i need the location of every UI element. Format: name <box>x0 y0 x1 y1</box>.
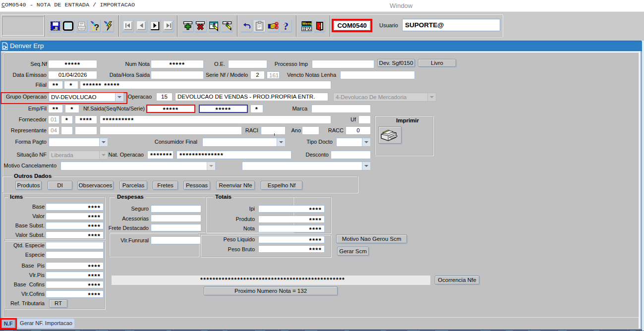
svg-text:Menu: Menu <box>302 21 312 26</box>
svg-text:?: ? <box>283 20 289 32</box>
svg-text:?: ? <box>94 23 99 32</box>
